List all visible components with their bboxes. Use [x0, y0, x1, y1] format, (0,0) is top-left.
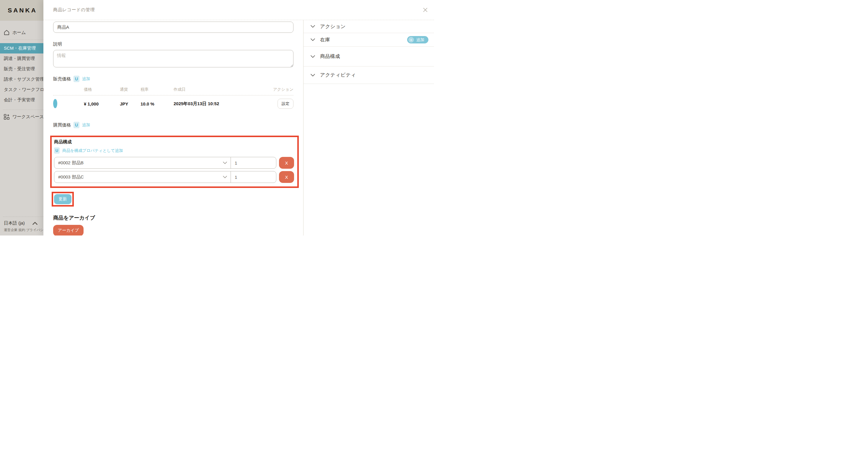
sidebar-item-accounting[interactable]: 会計・予実管理 — [0, 95, 43, 105]
composition-item-control: #0002 部品B 1 — [54, 157, 276, 169]
sidebar-item-label: ホーム — [12, 30, 26, 35]
selected-item-label: #0002 部品B — [58, 160, 84, 166]
update-button[interactable]: 更新 — [54, 194, 71, 204]
composition-add-row: U 商品を構成プロパティとして追加 — [54, 147, 294, 154]
price-radio-selected-icon[interactable] — [53, 99, 57, 108]
panel-section-label: 在庫 — [320, 37, 330, 43]
sales-price-table: 価格 通貨 税率 作成日 アクション ¥ 1,000 JPY 10.0 % 20… — [53, 87, 293, 109]
inventory-add-button[interactable]: + 追加 — [407, 36, 428, 43]
sidebar: SANKA ホーム SCM・在庫管理 調達・購買管理 販売・受注管理 — [0, 0, 43, 235]
sales-price-label: 販売価格 — [53, 76, 71, 82]
tax-rate-cell: 10.0 % — [141, 101, 174, 107]
quantity-input[interactable]: 1 — [230, 157, 276, 169]
add-union-icon[interactable]: U — [73, 76, 80, 82]
created-at-cell: 2025年03月13日 10:52 — [174, 101, 267, 107]
sidebar-footer: 日本語 (ja) 運営企業 規約 プライバシー — [0, 214, 43, 235]
product-form: 説明 販売価格 U 追加 価格 通貨 税率 作成日 アクション — [43, 20, 304, 235]
language-selector[interactable]: 日本語 (ja) — [0, 220, 43, 226]
composition-item-control: #0003 部品C 1 — [54, 171, 276, 183]
currency-cell: JPY — [120, 101, 141, 107]
description-textarea[interactable] — [53, 50, 293, 67]
table-row: ¥ 1,000 JPY 10.0 % 2025年03月13日 10:52 設定 — [53, 95, 293, 109]
sidebar-item-scm-inventory[interactable]: SCM・在庫管理 — [0, 43, 43, 54]
sales-price-header: 販売価格 U 追加 — [53, 76, 293, 82]
modal-header: 商品レコードの管理 — [43, 0, 434, 20]
sidebar-item-procurement[interactable]: 調達・購買管理 — [0, 54, 43, 64]
add-union-icon[interactable]: U — [54, 147, 60, 154]
chevron-down-icon — [311, 55, 315, 58]
panel-section-actions[interactable]: アクション — [304, 20, 434, 33]
chevron-down-icon — [311, 74, 315, 77]
description-label: 説明 — [53, 41, 293, 47]
purchase-price-add-link[interactable]: 追加 — [82, 122, 90, 128]
composition-row: #0002 部品B 1 X — [54, 157, 294, 169]
home-icon — [4, 30, 9, 35]
panel-section-composition[interactable]: 商品構成 — [304, 47, 434, 66]
annotation-box-composition: 商品構成 U 商品を構成プロパティとして追加 #0002 部品B — [50, 136, 299, 188]
sidebar-item-label: 請求・サブスク管理 — [4, 77, 43, 82]
settings-button[interactable]: 設定 — [278, 99, 293, 109]
panel-section-inventory[interactable]: 在庫 + 追加 — [304, 33, 434, 47]
close-icon[interactable] — [423, 8, 428, 12]
remove-composition-row-button[interactable]: X — [279, 157, 294, 169]
selected-item-label: #0003 部品C — [58, 174, 84, 180]
modal-title: 商品レコードの管理 — [53, 7, 95, 13]
panel-section-activity[interactable]: アクティビティ — [304, 66, 434, 84]
column-header: 税率 — [141, 87, 174, 92]
column-header: アクション — [273, 87, 293, 92]
workspace-icon — [4, 114, 9, 120]
panel-section-label: アクティビティ — [320, 72, 356, 78]
composition-item-select[interactable]: #0002 部品B — [54, 157, 230, 169]
sidebar-item-task-workflow[interactable]: タスク・ワークフロー — [0, 85, 43, 95]
detail-panel: アクション 在庫 + 追加 — [304, 20, 434, 235]
remove-composition-row-button[interactable]: X — [279, 171, 294, 183]
sales-price-add-link[interactable]: 追加 — [82, 76, 90, 82]
composition-label: 商品構成 — [54, 139, 294, 145]
sidebar-item-label: ワークスペース — [12, 114, 43, 120]
sidebar-item-label: SCM・在庫管理 — [4, 46, 36, 51]
sidebar-divider — [3, 216, 43, 217]
product-name-input[interactable] — [53, 22, 293, 33]
chevron-down-icon — [223, 161, 227, 164]
chevron-down-icon — [311, 38, 315, 41]
app-logo: SANKA — [0, 0, 43, 21]
column-header: 価格 — [84, 87, 120, 92]
quantity-input[interactable]: 1 — [230, 171, 276, 183]
sidebar-item-label: タスク・ワークフロー — [4, 87, 43, 92]
composition-item-select[interactable]: #0003 部品C — [54, 171, 230, 183]
table-header-row: 価格 通貨 税率 作成日 アクション — [53, 87, 293, 95]
sidebar-item-label: 会計・予実管理 — [4, 97, 35, 103]
product-record-modal: 商品レコードの管理 説明 販売価格 U 追加 — [43, 0, 434, 235]
composition-row: #0003 部品C 1 X — [54, 171, 294, 183]
panel-section-label: アクション — [320, 23, 346, 30]
purchase-price-header: 購買価格 U 追加 — [53, 122, 293, 128]
chevron-down-icon — [311, 25, 315, 28]
annotation-box-update: 更新 — [52, 192, 74, 207]
footer-links[interactable]: 運営企業 規約 プライバシー — [0, 228, 43, 232]
archive-heading: 商品をアーカイブ — [53, 214, 293, 221]
sidebar-item-sales-orders[interactable]: 販売・受注管理 — [0, 64, 43, 74]
sidebar-item-label: 販売・受注管理 — [4, 66, 35, 72]
language-label: 日本語 (ja) — [4, 220, 25, 226]
sidebar-divider — [3, 110, 43, 110]
sidebar-item-label: 調達・購買管理 — [4, 56, 35, 61]
purchase-price-label: 購買価格 — [53, 122, 71, 128]
sidebar-item-workspace[interactable]: ワークスペース — [0, 113, 43, 121]
archive-button[interactable]: アーカイブ — [53, 225, 84, 235]
add-union-icon[interactable]: U — [73, 122, 80, 128]
sidebar-nav: ホーム SCM・在庫管理 調達・購買管理 販売・受注管理 請求・サブスク管理 タ… — [0, 21, 43, 121]
chevron-down-icon — [223, 176, 227, 178]
panel-section-label: 商品構成 — [320, 53, 340, 60]
sidebar-item-billing-subscription[interactable]: 請求・サブスク管理 — [0, 74, 43, 85]
column-header: 通貨 — [120, 87, 141, 92]
price-cell: ¥ 1,000 — [84, 101, 120, 107]
modal-body: 説明 販売価格 U 追加 価格 通貨 税率 作成日 アクション — [43, 20, 434, 235]
inventory-add-label: 追加 — [416, 37, 424, 42]
plus-icon: + — [408, 37, 414, 42]
app-screen: SANKA ホーム SCM・在庫管理 調達・購買管理 販売・受注管理 — [0, 0, 434, 235]
column-header: 作成日 — [174, 87, 267, 92]
sidebar-item-home[interactable]: ホーム — [0, 28, 43, 37]
sidebar-divider — [3, 39, 43, 40]
chevron-up-icon — [32, 222, 37, 225]
composition-add-link[interactable]: 商品を構成プロパティとして追加 — [62, 148, 123, 153]
